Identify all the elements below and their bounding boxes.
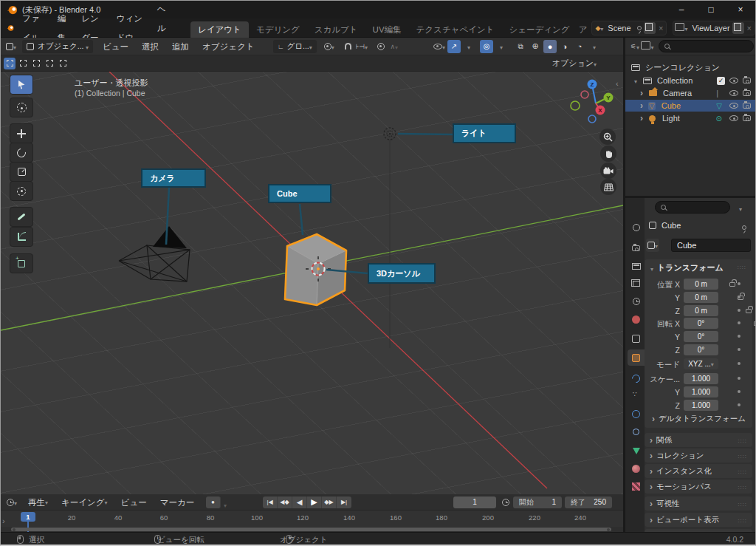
section-instancing[interactable]: インスタンス化 bbox=[645, 464, 752, 478]
use-preview-range-icon[interactable] bbox=[502, 499, 509, 506]
collection-checkbox[interactable] bbox=[717, 77, 725, 85]
lock-icon[interactable] bbox=[729, 282, 735, 287]
scene-name[interactable]: Scene bbox=[608, 24, 637, 33]
overlays-dropdown[interactable] bbox=[495, 40, 508, 53]
new-viewlayer-button[interactable] bbox=[732, 22, 744, 34]
animate-dot-icon[interactable] bbox=[738, 348, 740, 351]
snap-settings-dropdown[interactable]: ⊦⊣ bbox=[355, 40, 368, 53]
expand-chevron-icon[interactable] bbox=[634, 76, 637, 85]
transform-panel-header[interactable]: トランスフォーム bbox=[650, 262, 724, 273]
loc-y-field[interactable]: 0 m bbox=[684, 292, 718, 303]
timeline-menu-view[interactable]: ビュー bbox=[114, 494, 154, 511]
minimize-button[interactable]: – bbox=[667, 1, 696, 18]
rot-x-field[interactable]: 0° bbox=[684, 318, 718, 329]
viewlayer-name[interactable]: ViewLayer bbox=[692, 24, 729, 33]
viewport-menu-object[interactable]: オブジェクト bbox=[196, 38, 261, 55]
rotation-mode-dropdown[interactable]: XYZ ... bbox=[684, 358, 718, 369]
object-id-dropdown[interactable] bbox=[646, 239, 659, 252]
tab-constraints[interactable] bbox=[628, 423, 645, 440]
shading-material-button[interactable]: ◑ bbox=[558, 40, 571, 53]
shading-solid-button[interactable]: ● bbox=[543, 40, 557, 53]
scene-collection-row[interactable]: シーンコレクション bbox=[625, 61, 756, 73]
jump-to-start-button[interactable]: |◀ bbox=[263, 496, 278, 508]
workspace-tab-animation-clipped[interactable]: ア bbox=[577, 21, 589, 38]
viewport-3d[interactable]: オブジェク... ビュー 選択 追加 オブジェクト ∟ グロ... ⊦⊣ ∧ ↗… bbox=[1, 38, 623, 494]
tab-tool[interactable] bbox=[628, 219, 645, 236]
zoom-button[interactable] bbox=[599, 129, 616, 145]
remove-viewlayer-icon[interactable]: × bbox=[747, 24, 752, 33]
properties-options-dropdown[interactable] bbox=[739, 204, 742, 213]
collection-row[interactable]: Collection bbox=[625, 75, 756, 86]
tab-texture[interactable] bbox=[628, 478, 645, 494]
workspace-tab-texture-paint[interactable]: テクスチャペイント bbox=[409, 21, 502, 38]
mode-selector[interactable]: オブジェク... bbox=[22, 40, 93, 53]
timeline-editor-type-button[interactable] bbox=[5, 496, 18, 509]
collection-label[interactable]: Collection bbox=[657, 76, 693, 85]
tab-view-layer[interactable] bbox=[628, 276, 645, 292]
select-mode-subtract-button[interactable] bbox=[30, 58, 42, 69]
workspace-tab-shading[interactable]: シェーディング bbox=[502, 21, 577, 38]
animate-dot-icon[interactable] bbox=[738, 403, 740, 406]
camera-row[interactable]: Camera | bbox=[625, 87, 756, 99]
viewport-menu-select[interactable]: 選択 bbox=[135, 38, 165, 55]
hide-eye-icon[interactable] bbox=[729, 115, 738, 121]
animate-dot-icon[interactable] bbox=[738, 282, 740, 285]
section-motion-paths[interactable]: モーションパス bbox=[645, 480, 752, 494]
play-button[interactable]: ▶ bbox=[307, 496, 322, 508]
pan-button[interactable] bbox=[600, 146, 616, 162]
select-mode-extend-button[interactable] bbox=[17, 58, 29, 69]
select-mode-intersect-button[interactable] bbox=[57, 58, 69, 69]
select-mode-invert-button[interactable] bbox=[44, 58, 55, 69]
tool-measure[interactable] bbox=[10, 227, 33, 247]
tab-object-data[interactable] bbox=[628, 443, 645, 459]
gizmos-toggle[interactable]: ↗ bbox=[447, 40, 461, 53]
outliner-search-input[interactable] bbox=[659, 40, 754, 52]
expand-chevron-icon[interactable] bbox=[640, 113, 643, 123]
object-name-input[interactable]: Cube bbox=[671, 239, 751, 252]
blender-logo-icon[interactable] bbox=[7, 23, 14, 33]
editor-type-button[interactable] bbox=[4, 40, 18, 53]
hide-eye-icon[interactable] bbox=[729, 78, 738, 83]
tool-add-cube[interactable] bbox=[10, 253, 33, 273]
section-relations[interactable]: 関係 bbox=[645, 433, 752, 447]
ortho-toggle-button[interactable] bbox=[600, 179, 616, 195]
shading-wireframe-button[interactable]: ⊕ bbox=[529, 40, 542, 53]
render-visibility-icon[interactable] bbox=[743, 78, 751, 83]
new-scene-button[interactable] bbox=[644, 22, 656, 34]
workspace-tab-modeling[interactable]: モデリング bbox=[249, 21, 307, 38]
workspace-tab-uv[interactable]: UV編集 bbox=[365, 21, 409, 38]
jump-to-end-button[interactable]: ▶| bbox=[337, 496, 351, 508]
timeline-menu-playback[interactable]: 再生 bbox=[21, 494, 55, 511]
tab-collection[interactable] bbox=[628, 330, 645, 347]
tool-annotate[interactable] bbox=[10, 207, 33, 227]
prev-keyframe-button[interactable]: ◀◆ bbox=[278, 496, 292, 508]
camera-view-button[interactable] bbox=[600, 163, 616, 179]
workspace-tab-sculpting[interactable]: スカルプト bbox=[307, 21, 365, 38]
animate-dot-icon[interactable] bbox=[738, 335, 740, 338]
delta-transform-subpanel[interactable]: デルタトランスフォーム bbox=[652, 414, 746, 424]
render-visibility-icon[interactable] bbox=[743, 103, 751, 109]
tab-particles[interactable] bbox=[628, 388, 645, 404]
workspace-tab-layout[interactable]: レイアウト bbox=[190, 21, 249, 38]
play-reverse-button[interactable]: ◀ bbox=[292, 496, 307, 508]
current-frame-field[interactable]: 1 bbox=[453, 496, 496, 508]
light-label[interactable]: Light bbox=[662, 114, 680, 123]
tool-cursor[interactable] bbox=[10, 98, 33, 117]
expand-panel-icon[interactable]: › bbox=[2, 516, 5, 525]
breadcrumb-object-name[interactable]: Cube bbox=[662, 221, 681, 230]
cube-row-selected[interactable]: ▽ Cube ▽ bbox=[625, 100, 756, 112]
pivot-point-dropdown[interactable] bbox=[323, 40, 336, 53]
lock-icon[interactable] bbox=[746, 309, 752, 313]
tool-rotate[interactable] bbox=[10, 143, 33, 163]
render-visibility-icon[interactable] bbox=[743, 90, 751, 96]
shading-rendered-button[interactable]: ◔ bbox=[573, 40, 586, 53]
close-button[interactable]: × bbox=[726, 1, 755, 18]
maximize-button[interactable]: □ bbox=[696, 1, 726, 18]
shading-dropdown[interactable] bbox=[588, 40, 601, 53]
viewlayer-selector[interactable]: ViewLayer × bbox=[673, 21, 755, 35]
scale-z-field[interactable]: 1.000 bbox=[684, 400, 718, 411]
gizmos-dropdown[interactable] bbox=[462, 40, 475, 53]
scene-selector[interactable]: ◆ Scene × bbox=[591, 21, 667, 35]
viewport-menu-add[interactable]: 追加 bbox=[165, 38, 196, 55]
unlink-scene-icon[interactable]: × bbox=[659, 24, 663, 33]
